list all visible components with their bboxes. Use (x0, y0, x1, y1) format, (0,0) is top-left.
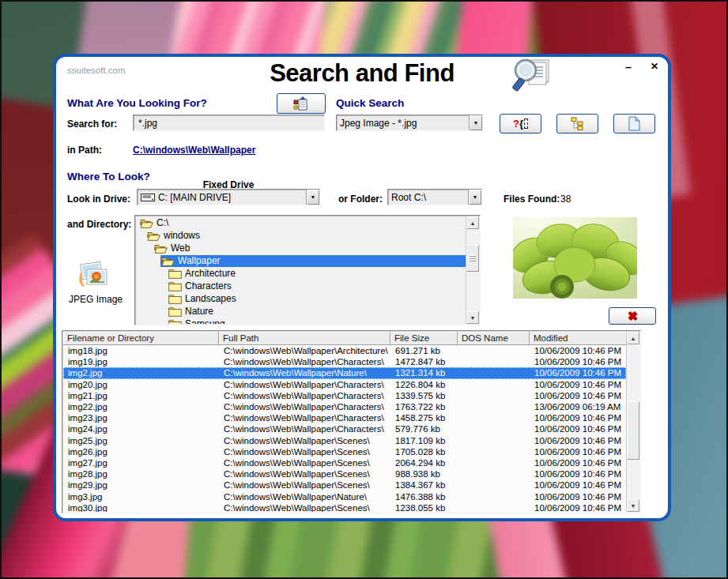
table-scrollbar[interactable]: ▲ ▼ (626, 332, 639, 512)
table-cell: 1476.388 kb (390, 492, 458, 502)
table-row[interactable]: img28.jpgC:\windows\Web\Wallpaper\Scenes… (63, 468, 626, 479)
table-cell: 10/06/2009 10:46 PM (530, 436, 626, 446)
column-header[interactable]: File Size (390, 332, 458, 345)
app-magnifier-document-icon (511, 58, 553, 96)
table-cell: 1705.028 kb (390, 447, 458, 457)
section-looking-for: What Are You Looking For? (67, 97, 207, 109)
table-cell: 10/06/2009 10:46 PM (530, 492, 626, 502)
table-cell: 10/06/2009 10:46 PM (530, 447, 626, 457)
tree-item-architecture[interactable]: Architecture (136, 267, 466, 280)
report-button[interactable] (277, 93, 326, 114)
results-table-body: img18.jpgC:\windows\Web\Wallpaper\Archit… (63, 345, 626, 512)
tree-item-samsung[interactable]: Samsung (136, 318, 466, 324)
table-row[interactable]: img26.jpgC:\windows\Web\Wallpaper\Scenes… (63, 446, 626, 457)
table-row[interactable]: img24.jpgC:\windows\Web\Wallpaper\Charac… (63, 423, 626, 434)
new-file-button[interactable] (613, 114, 655, 133)
table-cell: C:\windows\Web\Wallpaper\Scenes\ (219, 436, 390, 446)
folder-value: Root C:\ (388, 190, 468, 205)
delete-button[interactable]: ✖ (609, 307, 656, 325)
folder-closed-icon (168, 306, 182, 317)
minimize-button[interactable]: – (625, 61, 632, 73)
tree-item-c[interactable]: C:\ (136, 216, 466, 229)
tree-item-label: C:\ (157, 217, 168, 228)
table-cell: C:\windows\Web\Wallpaper\Scenes\ (219, 458, 390, 468)
blank-page-icon (628, 116, 640, 131)
table-row[interactable]: img25.jpgC:\windows\Web\Wallpaper\Scenes… (63, 435, 626, 446)
table-cell: 1763.722 kb (390, 402, 458, 412)
column-header[interactable]: Full Path (219, 332, 390, 345)
red-x-icon: ✖ (628, 309, 638, 323)
scroll-down-icon[interactable]: ▼ (466, 311, 479, 324)
table-cell: 2064.294 kb (390, 458, 458, 468)
table-cell: C:\windows\Web\Wallpaper\Architecture\ (219, 346, 390, 355)
table-cell: 1238.055 kb (390, 503, 458, 512)
folder-tree-button[interactable] (556, 114, 598, 133)
search-input[interactable]: *.jpg (133, 115, 325, 131)
drive-value: C: [MAIN DRIVE] (158, 192, 231, 203)
table-cell: 10/06/2009 10:46 PM (530, 391, 626, 400)
table-row[interactable]: img20.jpgC:\windows\Web\Wallpaper\Charac… (63, 379, 626, 390)
search-options-button[interactable]: ?{ (500, 114, 541, 133)
table-cell: 10/06/2009 10:46 PM (530, 503, 626, 512)
scroll-up-icon[interactable]: ▲ (466, 216, 479, 229)
table-row[interactable]: img22.jpgC:\windows\Web\Wallpaper\Charac… (63, 401, 626, 412)
table-cell: img28.jpg (63, 469, 219, 479)
and-directory-label: and Directory: (67, 219, 131, 230)
tree-item-wallpaper[interactable]: Wallpaper (136, 254, 466, 267)
table-row[interactable]: img19.jpgC:\windows\Web\Wallpaper\Charac… (63, 356, 626, 367)
column-header[interactable]: DOS Name (458, 332, 530, 345)
tree-item-label: Architecture (185, 268, 236, 279)
table-cell: C:\windows\Web\Wallpaper\Scenes\ (219, 447, 390, 457)
tree-item-windows[interactable]: windows (136, 229, 466, 242)
table-cell: img20.jpg (63, 380, 219, 389)
page-title: Search and Find (56, 59, 668, 88)
table-cell: C:\windows\Web\Wallpaper\Characters\ (219, 380, 390, 389)
table-cell: C:\windows\Web\Wallpaper\Characters\ (219, 424, 390, 434)
chevron-down-icon[interactable]: ▼ (306, 190, 319, 205)
table-cell: 1817.109 kb (390, 436, 458, 446)
table-cell: C:\windows\Web\Wallpaper\Scenes\ (219, 469, 390, 479)
table-cell: img30.jpg (63, 503, 219, 512)
table-cell: 10/06/2009 10:46 PM (530, 368, 626, 378)
tree-scrollbar[interactable]: ▲ ▼ (466, 216, 479, 324)
chevron-down-icon[interactable]: ▼ (468, 190, 481, 205)
quick-search-select[interactable]: Jpeg Image - *.jpg ▼ (336, 115, 483, 131)
table-row[interactable]: img18.jpgC:\windows\Web\Wallpaper\Archit… (63, 345, 626, 356)
table-row[interactable]: img29.jpgC:\windows\Web\Wallpaper\Scenes… (63, 479, 626, 491)
table-row[interactable]: img21.jpgC:\windows\Web\Wallpaper\Charac… (63, 390, 626, 401)
table-cell: img3.jpg (63, 492, 219, 502)
table-row[interactable]: img23.jpgC:\windows\Web\Wallpaper\Charac… (63, 412, 626, 423)
table-cell: C:\windows\Web\Wallpaper\Scenes\ (219, 503, 390, 512)
column-header[interactable]: Modified (530, 332, 626, 345)
table-row[interactable]: img3.jpgC:\windows\Web\Wallpaper\Nature\… (63, 491, 626, 502)
path-link[interactable]: C:\windows\Web\Wallpaper (133, 145, 255, 156)
tree-item-landscapes[interactable]: Landscapes (136, 292, 466, 305)
column-header[interactable]: Filename or Directory (63, 332, 219, 345)
folder-tree-icon (570, 117, 586, 130)
table-cell: 13/06/2009 06:19 AM (530, 402, 626, 412)
table-row[interactable]: img30.jpgC:\windows\Web\Wallpaper\Scenes… (63, 502, 626, 512)
table-cell: C:\windows\Web\Wallpaper\Characters\ (219, 357, 390, 367)
table-row[interactable]: img2.jpgC:\windows\Web\Wallpaper\Nature\… (63, 367, 626, 378)
tree-item-label: Web (171, 243, 190, 254)
tree-item-web[interactable]: Web (136, 242, 466, 254)
tree-scrollbar-thumb[interactable] (466, 245, 479, 272)
close-button[interactable]: ✕ (651, 61, 658, 73)
table-cell: C:\windows\Web\Wallpaper\Characters\ (219, 413, 390, 423)
drive-select[interactable]: C: [MAIN DRIVE] ▼ (137, 189, 320, 205)
folder-closed-icon (168, 319, 182, 325)
chevron-down-icon[interactable]: ▼ (469, 115, 482, 130)
table-row[interactable]: img27.jpgC:\windows\Web\Wallpaper\Scenes… (63, 457, 626, 468)
folder-select[interactable]: Root C:\ ▼ (387, 189, 482, 205)
table-cell: 10/06/2009 10:46 PM (530, 424, 626, 434)
folder-closed-icon (168, 294, 182, 304)
quick-search-value: Jpeg Image - *.jpg (337, 115, 469, 130)
folder-open-icon (140, 218, 153, 228)
tree-item-characters[interactable]: Characters (136, 280, 466, 292)
section-quick-search: Quick Search (336, 97, 404, 109)
scroll-up-icon[interactable]: ▲ (627, 332, 639, 344)
tree-item-nature[interactable]: Nature (136, 305, 466, 318)
scroll-down-icon[interactable]: ▼ (627, 499, 639, 512)
table-cell: 10/06/2009 10:46 PM (530, 413, 626, 423)
table-scrollbar-thumb[interactable] (627, 401, 639, 460)
